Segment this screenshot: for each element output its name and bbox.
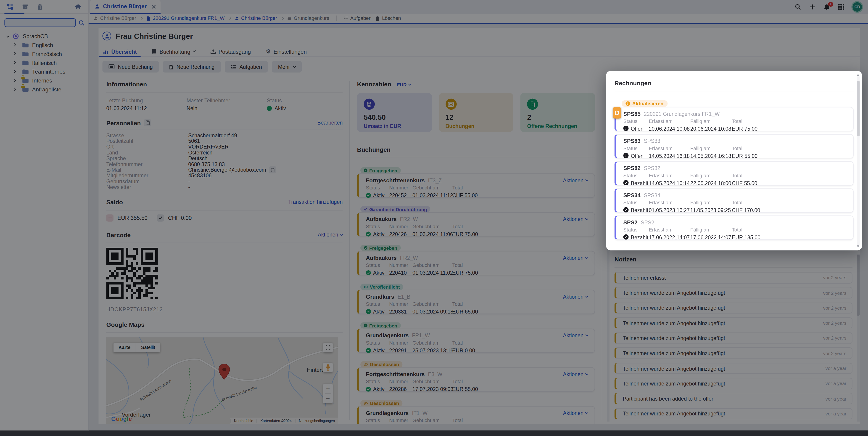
status-offen-icon: [623, 126, 629, 131]
rechnungen-scrollbar[interactable]: [857, 77, 860, 245]
invoice-name: SPS2: [623, 220, 638, 226]
invoice-card[interactable]: SPS85 220291 Grundlagenkurs FR1_W Status…: [615, 107, 854, 132]
invoice-code: SPS82: [644, 165, 660, 171]
invoice-code: SPS83: [644, 138, 660, 144]
status-offen-icon: [623, 153, 629, 158]
invoice-name: SPS82: [623, 165, 641, 171]
invoice-code: SPS34: [644, 192, 660, 198]
invoice-code: SPS2: [641, 220, 654, 226]
drag-avatar[interactable]: D: [613, 107, 621, 119]
invoice-card[interactable]: SPS34 SPS34 StatusBezahlt Erfasst am01.0…: [615, 188, 854, 213]
invoice-name: SPS83: [623, 138, 641, 144]
invoice-card[interactable]: SPS83 SPS83 StatusOffen Erfasst am14.05.…: [615, 134, 854, 158]
status-bezahlt-icon: [623, 207, 629, 212]
alert-icon: [625, 101, 630, 106]
invoice-name: SPS85: [623, 111, 641, 117]
aktualisieren-badge[interactable]: Aktualisieren: [622, 100, 667, 107]
invoice-card[interactable]: SPS82 SPS82 StatusBezahlt Erfasst am14.0…: [615, 161, 854, 185]
rechnungen-panel: Rechnungen Aktualisieren D SPS85 220291 …: [606, 71, 862, 250]
app-window: SprachCB Englisch Französisch Italienisc…: [0, 0, 868, 431]
invoice-name: SPS34: [623, 192, 641, 198]
panel-title: Rechnungen: [615, 80, 854, 86]
status-bezahlt-icon: [623, 234, 629, 240]
status-bezahlt-icon: [623, 180, 629, 185]
invoice-card[interactable]: SPS2 SPS2 StatusBezahlt Erfasst am17.06.…: [615, 215, 854, 240]
invoice-code: 220291 Grundlagenkurs FR1_W: [644, 111, 720, 117]
